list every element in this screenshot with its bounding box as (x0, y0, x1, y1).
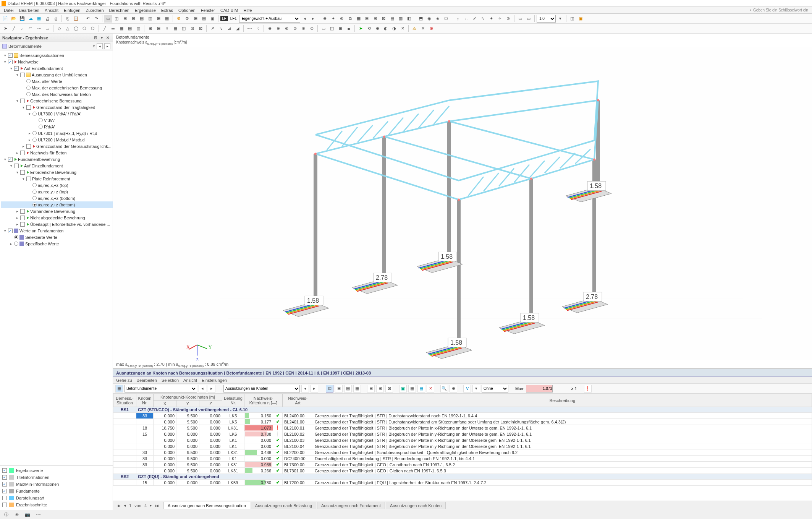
results-grid[interactable]: Bemess.-Situation KnotenNr. Knotenpunkt-… (113, 394, 812, 501)
table-row[interactable]: 15 0.0000.0000.000 LK59 0.730 ✔ BL7200.0… (113, 480, 812, 486)
tree-item[interactable]: ▸UL7200 | Mdst,d / Mstb,d (1, 136, 113, 143)
t2-p-icon[interactable]: ⊡ (188, 25, 196, 32)
table-row[interactable]: 0.0009.5000.000 LK5 0.177 ✔ BL2401.00Gre… (113, 419, 812, 425)
tree-twisty-icon[interactable]: ▾ (3, 229, 7, 233)
table-row[interactable]: 0.0000.0000.000 LK1 0.000 ✔ BL2100.03Gre… (113, 437, 812, 443)
t2-ag-icon[interactable]: ■ (345, 25, 353, 32)
max-value-field[interactable] (526, 385, 553, 392)
tree-item[interactable]: ▸Grenzzustand der Gebrauchstauglichk... (1, 143, 113, 149)
new-file-icon[interactable]: 📄 (2, 15, 9, 23)
tb-o-icon[interactable]: ⬡ (442, 15, 450, 23)
t2-ae-icon[interactable]: ◫ (328, 25, 336, 32)
tree-twisty-icon[interactable]: ▸ (27, 138, 31, 142)
table-row[interactable]: 33 0.0009.5000.000 LK1 0.000 ✔ DC2400.00… (113, 456, 812, 462)
tree-radio[interactable] (32, 196, 37, 200)
t2-y-icon[interactable]: ⊖ (274, 25, 282, 32)
tb-l-icon[interactable]: ⬒ (417, 15, 425, 23)
t2-z-icon[interactable]: ⊗ (283, 25, 290, 32)
tb-x-icon[interactable]: ▭ (525, 15, 532, 23)
tree-item[interactable]: ▸Nachweis für Beton (1, 149, 113, 156)
menu-ergebnisse[interactable]: Ergebnisse (133, 8, 158, 13)
tree-item[interactable]: ▸UL7301 | max(Hx,d, Hy,d) / Rt,d (1, 130, 113, 136)
tree-checkbox[interactable] (20, 151, 25, 155)
tree-item[interactable]: ▾Ausnutzung der Umhüllenden (1, 71, 113, 78)
t2-d-icon[interactable]: ⬠ (81, 25, 88, 32)
t2-ap-icon[interactable]: ⊘ (427, 25, 435, 32)
t2-m-icon[interactable]: ⌗ (163, 25, 171, 32)
results-color-mode[interactable]: Ohne (482, 385, 508, 392)
results-filter-2[interactable]: Ausnutzungen an Knoten (223, 385, 300, 392)
view-1-icon[interactable]: ▭ (104, 15, 112, 23)
tree-item[interactable]: as,req,y,+z (top) (1, 188, 113, 195)
rp-tb-n-icon[interactable]: ∇ (463, 385, 471, 392)
table-row[interactable]: 0.0009.5000.000 LK31 0.266 ✔ BL7301.00Gr… (113, 468, 812, 474)
cloud-icon[interactable]: ☁ (27, 15, 34, 23)
copy-icon[interactable]: ⎘ (64, 15, 71, 23)
tree-twisty-icon[interactable]: ▾ (27, 112, 31, 116)
rp-prev-icon[interactable]: ◂ (199, 385, 206, 392)
tree-checkbox[interactable]: ✓ (8, 157, 13, 162)
nav-bottom-row[interactable]: Ergebnisschnitte (2, 501, 110, 508)
nav-bottom-row[interactable]: ✓Max/Min-Informationen (2, 481, 110, 488)
tree-radio[interactable] (32, 112, 37, 116)
menu-hilfe[interactable]: Hilfe (241, 8, 254, 13)
menu-bearbeiten[interactable]: Bearbeiten (17, 8, 42, 13)
rp-prev2-icon[interactable]: ◂ (301, 385, 309, 392)
tree-twisty-icon[interactable]: ▸ (15, 209, 19, 213)
calc-icon[interactable]: ⚙ (175, 15, 183, 23)
results-filter-1[interactable]: Betonfundamente (125, 385, 197, 392)
checkbox[interactable]: ✓ (2, 468, 7, 473)
tree-item[interactable]: ▸Nicht abgedeckte Bewehrung (1, 214, 113, 221)
lf-prev-icon[interactable]: ◂ (301, 15, 309, 23)
tree-item[interactable]: ▾Plate Reinforcement (1, 175, 113, 182)
view-4-icon[interactable]: ⊟ (129, 15, 137, 23)
pager-last-icon[interactable]: ⏭ (154, 503, 160, 508)
line-icon[interactable]: ╱ (10, 25, 18, 32)
tree-checkbox[interactable] (26, 144, 31, 149)
t2-u-icon[interactable]: ◢ (234, 25, 241, 32)
results-menu-gehe zu[interactable]: Gehe zu (116, 378, 132, 383)
results-menu-einstellungen[interactable]: Einstellungen (202, 378, 227, 383)
tree-item[interactable]: ▸Vorhandene Bewehrung (1, 208, 113, 214)
tb-g-icon[interactable]: ⊟ (372, 15, 379, 23)
t2-w-icon[interactable]: ⌇ (254, 25, 262, 32)
view-6-icon[interactable]: ▥ (146, 15, 154, 23)
tree-checkbox[interactable] (20, 222, 25, 227)
tree-checkbox[interactable] (26, 177, 31, 181)
t2-f-icon[interactable]: ╱ (101, 25, 108, 32)
table-row[interactable]: 33 0.0009.5000.000 LK31 0.939 ✔ BL7300.0… (113, 462, 812, 468)
tree-twisty-icon[interactable]: ▾ (15, 170, 19, 174)
tb-t-icon[interactable]: ✦ (488, 15, 495, 23)
view-8-icon[interactable]: ▦ (163, 15, 171, 23)
t2-r-icon[interactable]: ↗ (209, 25, 216, 32)
pager-first-icon[interactable]: ⏮ (115, 503, 122, 508)
nav-next-icon[interactable]: ▸ (104, 43, 110, 49)
menu-berechnen[interactable]: Berechnen (107, 8, 132, 13)
tb-y-icon[interactable]: ▾ (556, 15, 564, 23)
paste-icon[interactable]: 📋 (72, 15, 80, 23)
rp-tb-k-icon[interactable]: ✕ (427, 385, 434, 392)
t2-aj-icon[interactable]: ⊕ (374, 25, 381, 32)
tb-c-icon[interactable]: ⊗ (338, 15, 346, 23)
tree-checkbox[interactable]: ✓ (8, 53, 13, 58)
tree-checkbox[interactable] (20, 216, 25, 220)
tree-radio[interactable] (39, 125, 43, 129)
tree-item[interactable]: ▾Grenzzustand der Tragfähigkeit (1, 104, 113, 110)
tree-twisty-icon[interactable]: ▾ (3, 60, 7, 64)
pline-icon[interactable]: ⟋ (18, 25, 26, 32)
rp-tb-c-icon[interactable]: ▤ (344, 385, 352, 392)
rp-icon-1[interactable]: ▦ (115, 385, 123, 392)
cog-icon[interactable]: ⚙ (183, 15, 191, 23)
results-menu-selektion[interactable]: Selektion (162, 378, 179, 383)
pager-next-icon[interactable]: ▸ (149, 503, 153, 508)
tree-radio[interactable] (26, 86, 31, 90)
results-tab[interactable]: Ausnutzungen nach Belastung (251, 502, 316, 509)
tree-checkbox[interactable] (26, 105, 31, 110)
t2-ai-icon[interactable]: ⟲ (365, 25, 373, 32)
t2-t-icon[interactable]: ⊿ (225, 25, 233, 32)
rp-tb-f-icon[interactable]: ⊞ (376, 385, 384, 392)
tb-p-icon[interactable]: ↕ (454, 15, 462, 23)
checkbox[interactable]: ✓ (2, 489, 7, 493)
t2-a-icon[interactable]: ◇ (55, 25, 63, 32)
tree-item[interactable]: as,req,y,+z (bottom) (1, 201, 113, 208)
